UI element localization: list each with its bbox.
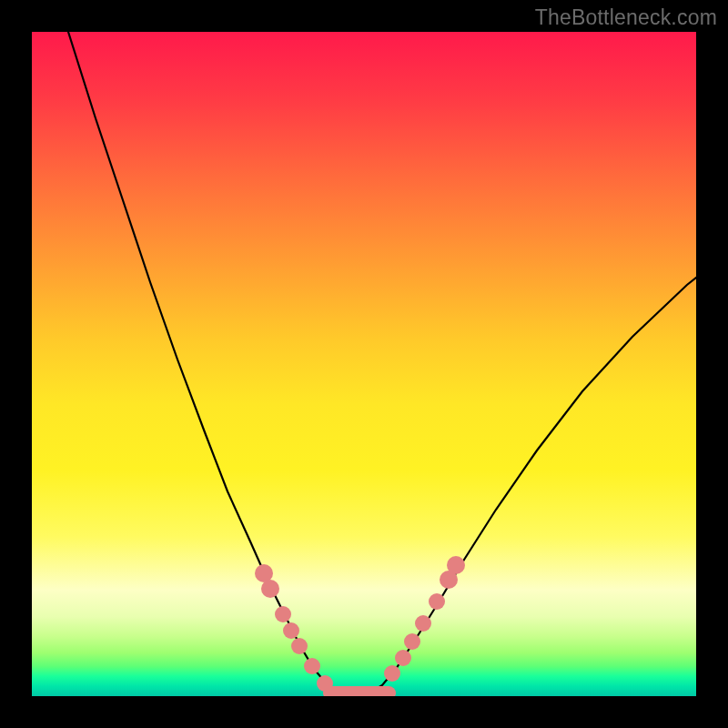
right-curve bbox=[359, 278, 696, 696]
watermark-text: TheBottleneck.com bbox=[535, 5, 717, 30]
bead-marker bbox=[395, 650, 411, 666]
bead-marker bbox=[283, 622, 299, 639]
bead-marker bbox=[291, 638, 308, 654]
chart-frame: TheBottleneck.com bbox=[0, 0, 728, 728]
left-curve bbox=[68, 32, 350, 696]
bead-marker bbox=[415, 615, 431, 632]
bead-marker bbox=[447, 556, 465, 574]
bead-marker bbox=[384, 665, 400, 682]
bead-marker bbox=[304, 658, 320, 674]
bead-marker bbox=[275, 606, 291, 622]
plot-area bbox=[32, 32, 696, 696]
curve-layer bbox=[32, 32, 696, 696]
bead-marker bbox=[404, 633, 420, 650]
bead-marker bbox=[429, 593, 445, 610]
bead-marker bbox=[317, 675, 333, 692]
right-beads bbox=[384, 556, 465, 682]
bottom-bead-bar bbox=[323, 686, 396, 696]
left-beads bbox=[255, 564, 333, 692]
bead-marker bbox=[261, 580, 279, 598]
